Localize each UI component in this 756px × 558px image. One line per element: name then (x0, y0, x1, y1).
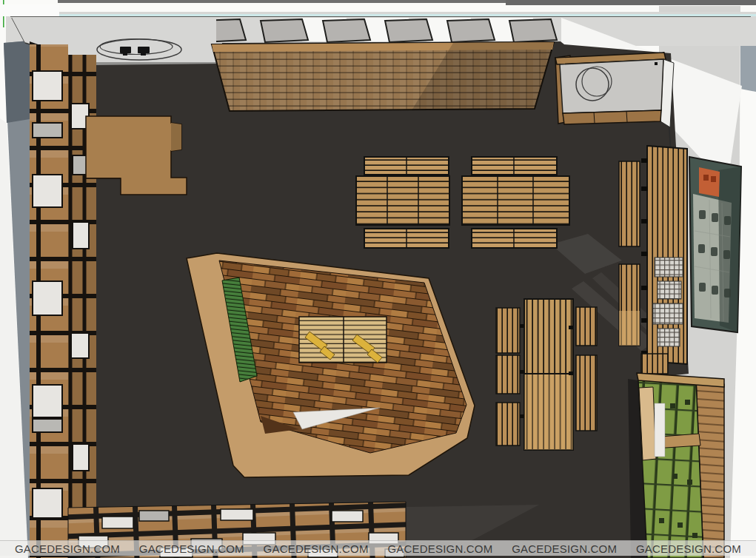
poster-seal (699, 167, 720, 197)
platform-display-table (299, 317, 387, 363)
wall-poster (689, 157, 741, 332)
logo-glyph (138, 47, 150, 53)
green-bookshelf (628, 354, 724, 558)
wall-bench (619, 161, 640, 246)
teal-highlight-line (9, 14, 756, 16)
service-counter (555, 53, 674, 127)
scene-svg (0, 0, 756, 558)
shelf-top-slats (641, 354, 668, 374)
render-canvas: GACEDESIGN.COM GACEDESIGN.COM GACEDESIGN… (0, 0, 756, 558)
watermark-text: GACEDESIGN.COM (636, 542, 741, 555)
watermark-text: GACEDESIGN.COM (512, 542, 617, 555)
watermark-text: GACEDESIGN.COM (139, 542, 244, 555)
slatted-wall-panel (212, 42, 554, 111)
central-wood-platform (187, 253, 475, 477)
watermark-text: GACEDESIGN.COM (264, 542, 369, 555)
logo-glyph (120, 47, 131, 53)
watermark-text: GACEDESIGN.COM (387, 542, 492, 555)
watermark-text: GACEDESIGN.COM (15, 542, 120, 555)
right-wall-blue-band (740, 38, 756, 92)
watermark-band: GACEDESIGN.COM GACEDESIGN.COM GACEDESIGN… (0, 540, 756, 556)
reading-tables-right (496, 299, 597, 450)
